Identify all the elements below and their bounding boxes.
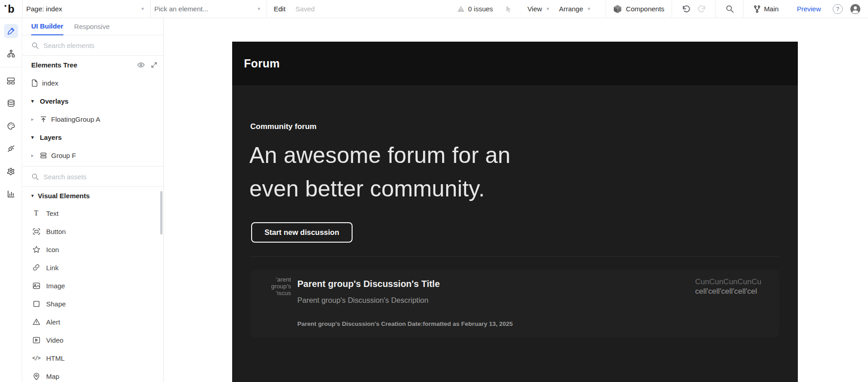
element-item-icon[interactable]: Icon [22,240,163,258]
element-item-text[interactable]: T Text [22,204,163,222]
help-icon[interactable]: ? [833,4,843,14]
chevron-down-icon: ▾ [547,6,549,12]
tree-section-overlays[interactable]: ▾ Overlays [22,92,163,110]
element-item-label: Icon [46,246,59,253]
rail-palette-icon[interactable] [4,119,18,133]
cursor-tool-icon[interactable] [505,5,513,13]
element-item-label: Text [46,210,59,217]
git-branch-icon [754,5,761,13]
forum-title: Forum [244,57,280,70]
rail-analytics-chart-icon[interactable] [4,187,18,201]
element-item-label: Image [46,282,65,290]
discussion-card[interactable]: ’arent group’s ’iscus Parent group's Dis… [250,270,779,338]
element-item-video[interactable]: Video [22,331,163,349]
search-icon [31,42,39,49]
undo-icon[interactable] [680,3,692,15]
stacked-rows-icon [40,152,47,159]
forum-artboard[interactable]: Forum Community forum An awesome forum f… [232,42,798,382]
cube-icon [613,5,622,14]
preview-button[interactable]: Preview [797,5,821,13]
caret-down-icon[interactable]: ▾ [31,98,36,104]
tree-item-label: FloatingGroup A [51,115,100,123]
start-discussion-button[interactable]: Start new discussion [251,222,353,243]
elements-tree-header: Elements Tree [22,56,163,71]
panel-scrollbar[interactable] [160,191,162,234]
search-icon[interactable] [724,3,735,15]
tree-item-group-f[interactable]: ▸ Group F [22,146,163,164]
rail-plug-icon[interactable] [4,142,18,156]
tree-section-layers[interactable]: ▾ Layers [22,128,163,146]
left-panel: UI Builder Responsive Elements Tree [22,18,164,382]
builder-logo[interactable]: b [0,0,22,18]
divider [250,256,779,257]
view-menu[interactable]: View ▾ [527,5,549,13]
discussion-date: Parent group's Discussion's Creation Dat… [297,320,513,327]
tree-item-floating-group[interactable]: ▸ FloatingGroup A [22,110,163,128]
element-item-button[interactable]: Button [22,222,163,240]
discussion-right-text: CunCunCunCunCu cell'cell'cell'cell'cel [695,277,767,296]
element-item-shape[interactable]: Shape [22,295,163,313]
divider [0,67,22,67]
components-label: Components [626,5,664,13]
shape-square-icon [32,301,40,307]
caret-right-icon[interactable]: ▸ [31,116,36,122]
rail-edit-pencil-icon[interactable] [4,24,18,38]
tree-item-index[interactable]: index [22,74,163,92]
float-top-icon [40,115,47,123]
arrange-menu-label: Arrange [559,5,583,13]
caret-right-icon[interactable]: ▸ [31,153,36,158]
issues-indicator[interactable]: 0 issues [457,5,493,13]
search-elements-input[interactable] [43,42,148,49]
element-picker-label: Pick an element... [154,5,253,13]
element-item-label: Video [46,336,63,344]
rail-layout-frames-icon[interactable] [4,74,18,88]
page-file-icon [31,79,38,87]
divider [606,0,606,18]
rail-database-icon[interactable] [4,96,18,110]
chevron-down-icon: ▾ [258,6,260,12]
expand-panel-icon[interactable] [151,62,157,68]
edit-mode-label[interactable]: Edit [274,5,286,13]
element-item-map[interactable]: Map [22,367,163,382]
topbar-right-group: 0 issues View ▾ Arrange ▾ Components [457,0,868,18]
tab-responsive[interactable]: Responsive [74,18,110,35]
caret-down-icon[interactable]: ▾ [31,134,36,140]
search-assets-input[interactable] [43,173,148,181]
search-assets-box[interactable] [22,167,163,187]
element-item-link[interactable]: Link [22,258,163,277]
tab-ui-builder[interactable]: UI Builder [31,18,63,35]
app-root: b Page: index ▾ Pick an element... ▾ Edi… [0,0,868,382]
text-icon: T [32,210,40,217]
user-avatar[interactable] [850,4,861,14]
components-button[interactable]: Components [611,5,666,14]
chevron-down-icon: ▾ [141,6,144,12]
hero-eyebrow: Community forum [250,122,316,131]
hero-heading-line1: An awesome forum for an [249,138,510,172]
tree-item-label: index [42,79,58,87]
code-icon: </> [32,355,40,361]
branch-selector[interactable]: Main [754,5,779,13]
element-item-image[interactable]: Image [22,277,163,295]
topbar: b Page: index ▾ Pick an element... ▾ Edi… [0,0,868,18]
divider [672,0,672,18]
element-item-label: Shape [46,300,66,308]
element-item-label: Alert [46,318,60,326]
rail-component-tree-icon[interactable] [4,47,18,61]
discussion-thumb-text: ’arent group’s ’iscus [260,276,291,296]
visual-elements-header[interactable]: ▾ Visual Elements [22,187,163,204]
element-picker-dropdown[interactable]: Pick an element... ▾ [151,0,267,18]
discussion-description: Parent group's Discussion's Description [297,296,429,305]
rail-settings-gear-icon[interactable] [4,164,18,178]
view-menu-label: View [527,5,542,13]
tree-section-label: Layers [40,134,62,141]
divider [715,0,716,18]
element-item-alert[interactable]: Alert [22,313,163,331]
arrange-menu[interactable]: Arrange ▾ [559,5,590,13]
redo-icon [696,3,708,15]
discussion-title: Parent group's Discussion's Title [297,279,440,289]
element-item-html[interactable]: </> HTML [22,349,163,367]
page-selector-dropdown[interactable]: Page: index ▾ [22,0,151,18]
search-elements-box[interactable] [22,35,163,56]
element-item-label: Link [46,264,59,272]
eye-icon[interactable] [137,62,145,68]
